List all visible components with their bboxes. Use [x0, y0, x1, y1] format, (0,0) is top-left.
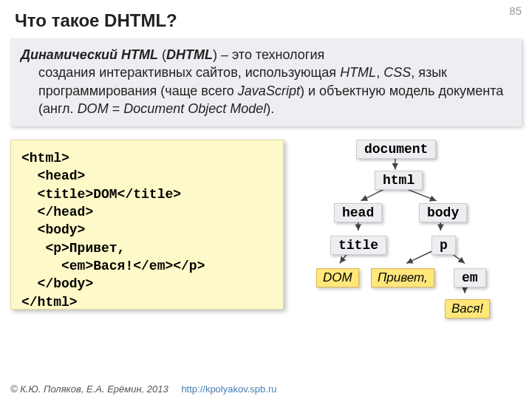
desc-text: – это технология [217, 47, 324, 62]
svg-line-6 [406, 250, 434, 263]
leaf-dom: DOM [316, 268, 359, 287]
desc-italic: DOM = Document Object Model [78, 101, 267, 116]
code-block: <html> <head> <title>DOM</title> </head>… [10, 140, 284, 310]
page-title: Что такое DHTML? [0, 0, 532, 38]
node-title: title [330, 236, 386, 255]
leaf-vasya: Вася! [445, 299, 490, 318]
node-em: em [454, 268, 486, 287]
desc-italic: JavaScript [238, 83, 300, 98]
node-body: body [419, 203, 467, 222]
footer-copyright: © К.Ю. Поляков, Е.А. Ерёмин, 2013 [10, 383, 168, 395]
desc-text: создания интерактивных сайтов, использую… [38, 65, 340, 80]
dom-tree: document html head body title p DOM Прив… [297, 140, 522, 324]
node-html: html [375, 171, 423, 190]
desc-italic: HTML [340, 65, 376, 80]
node-document: document [356, 140, 436, 159]
desc-indent: создания интерактивных сайтов, использую… [21, 64, 511, 117]
footer: © К.Ю. Поляков, Е.А. Ерёмин, 2013 http:/… [10, 383, 276, 395]
description-box: Динамический HTML (DHTML) – это технолог… [10, 38, 522, 126]
desc-lead: Динамический HTML [21, 47, 158, 62]
node-p: p [432, 236, 456, 255]
desc-text: , [376, 65, 383, 80]
leaf-hello: Привет, [371, 268, 434, 287]
desc-italic: CSS [383, 65, 411, 80]
desc-paren: DHTML [166, 47, 213, 62]
desc-text: ). [266, 101, 274, 116]
footer-url: http://kpolyakov.spb.ru [181, 383, 276, 395]
node-head: head [334, 203, 382, 222]
page-number: 85 [509, 4, 522, 17]
